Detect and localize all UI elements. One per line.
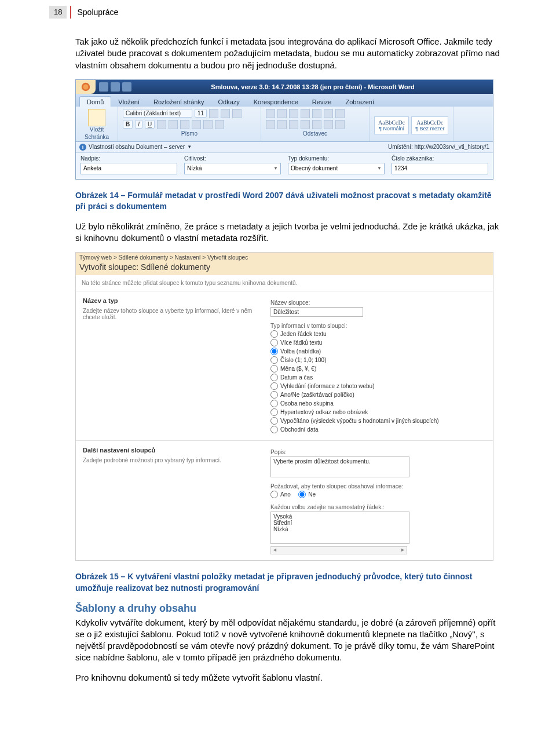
numbering-icon[interactable] <box>277 109 287 118</box>
align-justify-icon[interactable] <box>301 120 310 129</box>
highlight-icon[interactable] <box>203 120 213 129</box>
italic-button[interactable]: I <box>135 120 142 129</box>
indent-inc-icon[interactable] <box>312 109 321 118</box>
style-normal[interactable]: AaBbCcDc ¶ Normální <box>374 116 409 134</box>
body-paragraph: Kdykoliv vytváříte dokument, který by mě… <box>75 617 504 664</box>
breadcrumb[interactable]: Týmový web > Sdílené dokumenty > Nastave… <box>76 253 493 262</box>
align-center-icon[interactable] <box>277 120 287 129</box>
horizontal-scrollbar[interactable]: ◄► <box>270 546 407 554</box>
qat-undo-icon[interactable] <box>111 82 120 92</box>
multilevel-icon[interactable] <box>289 109 298 118</box>
office-button[interactable] <box>76 80 96 94</box>
type-radio[interactable] <box>270 374 278 381</box>
qat-redo-icon[interactable] <box>122 82 131 92</box>
bold-button[interactable]: B <box>123 120 133 129</box>
superscript-icon[interactable] <box>180 120 189 129</box>
location-label: Umístění: <box>388 144 413 150</box>
sp-section-name-type: Název a typ Zadejte název tohoto sloupce… <box>76 291 493 440</box>
font-name-input[interactable]: Calibri (Základní text) <box>123 109 192 118</box>
type-radio[interactable] <box>270 382 278 390</box>
scroll-right-icon[interactable]: ► <box>400 547 405 554</box>
type-option[interactable]: Hypertextový odkaz nebo obrázek <box>270 408 486 416</box>
scroll-left-icon[interactable]: ◄ <box>272 547 277 554</box>
sharepoint-screenshot: Týmový web > Sdílené dokumenty > Nastave… <box>75 252 493 561</box>
tab-domu[interactable]: Domů <box>79 96 111 107</box>
type-label: Typ informací v tomto sloupci: <box>270 323 486 329</box>
tab-korespondence[interactable]: Korespondence <box>247 97 305 107</box>
type-option[interactable]: Ano/Ne (zaškrtávací políčko) <box>270 391 486 399</box>
typ-input[interactable]: Obecný dokument▼ <box>288 163 385 174</box>
chevron-down-icon[interactable]: ▼ <box>187 144 192 149</box>
type-option[interactable]: Obchodní data <box>270 426 486 433</box>
shading-icon[interactable] <box>324 120 333 129</box>
shrink-font-icon[interactable] <box>221 109 230 118</box>
group-paragraph: Odstavec <box>261 107 370 141</box>
style-bezmezer[interactable]: AaBbCcDc ¶ Bez mezer <box>411 116 448 134</box>
popis-textarea[interactable]: Vyberte prosím důležitost dokumentu. <box>270 456 409 477</box>
type-radio[interactable] <box>270 391 278 399</box>
nadpis-input[interactable]: Anketa <box>81 163 177 174</box>
sort-icon[interactable] <box>324 109 333 118</box>
type-radio[interactable] <box>270 348 278 355</box>
type-radio[interactable] <box>270 408 278 416</box>
sec2-heading: Další nastavení sloupců <box>83 447 257 454</box>
style-sample-1: AaBbCcDc <box>378 119 405 126</box>
tab-odkazy[interactable]: Odkazy <box>211 97 246 107</box>
type-option[interactable]: Volba (nabídka) <box>270 348 486 355</box>
type-option[interactable]: Více řádků textu <box>270 339 486 346</box>
bullets-icon[interactable] <box>266 109 275 118</box>
font-color-icon[interactable] <box>215 120 224 129</box>
type-option[interactable]: Jeden řádek textu <box>270 330 486 338</box>
borders-icon[interactable] <box>335 120 345 129</box>
line-spacing-icon[interactable] <box>312 120 321 129</box>
require-no-radio[interactable] <box>298 491 306 498</box>
page-header: 18 Spolupráce <box>0 0 556 19</box>
type-option-label: Hypertextový odkaz nebo obrázek <box>280 409 368 415</box>
column-name-input[interactable]: Důležitost <box>270 307 363 317</box>
style-name-2: ¶ Bez mezer <box>415 126 444 132</box>
underline-button[interactable]: U <box>145 120 155 129</box>
citlivost-input[interactable]: Nízká▼ <box>184 163 281 174</box>
type-radio[interactable] <box>270 426 278 433</box>
indent-dec-icon[interactable] <box>301 109 310 118</box>
font-size-input[interactable]: 11 <box>195 109 207 118</box>
tab-revize[interactable]: Revize <box>305 97 339 107</box>
popis-label: Popis: <box>270 449 486 455</box>
align-left-icon[interactable] <box>266 120 275 129</box>
type-radio[interactable] <box>270 356 278 364</box>
type-option[interactable]: Měna ($, ¥, €) <box>270 365 486 372</box>
meta-typ: Typ dokumentu: Obecný dokument▼ <box>288 155 385 174</box>
type-radio[interactable] <box>270 365 278 372</box>
cislo-input[interactable]: 1234 <box>392 163 488 174</box>
subscript-icon[interactable] <box>169 120 178 129</box>
type-radio[interactable] <box>270 330 278 338</box>
strike-icon[interactable] <box>157 120 166 129</box>
align-right-icon[interactable] <box>289 120 298 129</box>
require-yes-radio[interactable] <box>270 491 278 498</box>
qat-save-icon[interactable] <box>99 82 108 92</box>
type-option[interactable]: Číslo (1; 1,0; 100) <box>270 356 486 364</box>
typ-label: Typ dokumentu: <box>288 155 385 162</box>
type-option[interactable]: Osoba nebo skupina <box>270 400 486 407</box>
chevron-down-icon[interactable]: ▼ <box>273 166 278 171</box>
tab-zobrazeni[interactable]: Zobrazení <box>338 97 381 107</box>
clear-format-icon[interactable] <box>232 109 242 118</box>
grow-font-icon[interactable] <box>209 109 218 118</box>
type-option[interactable]: Vyhledání (informace z tohoto webu) <box>270 382 486 390</box>
svg-point-1 <box>83 84 89 89</box>
choices-textarea[interactable]: Vysoká Střední Nízká <box>270 512 409 544</box>
group-styles: AaBbCcDc ¶ Normální AaBbCcDc ¶ Bez mezer <box>370 107 453 141</box>
type-radio[interactable] <box>270 339 278 346</box>
chevron-down-icon[interactable]: ▼ <box>377 166 382 171</box>
info-bar-text[interactable]: Vlastnosti obsahu Dokument – server <box>89 144 185 150</box>
type-option[interactable]: Vypočítáno (výsledek výpočtu s hodnotami… <box>270 417 486 425</box>
tab-rozlozeni[interactable]: Rozložení stránky <box>147 97 211 107</box>
type-radio[interactable] <box>270 417 278 425</box>
type-radio[interactable] <box>270 400 278 407</box>
paste-icon[interactable] <box>88 109 105 126</box>
pilcrow-icon[interactable] <box>335 109 345 118</box>
case-icon[interactable] <box>192 120 201 129</box>
type-option[interactable]: Datum a čas <box>270 374 486 381</box>
tab-vlozeni[interactable]: Vložení <box>111 97 147 107</box>
type-option-label: Vyhledání (informace z tohoto webu) <box>280 383 375 389</box>
